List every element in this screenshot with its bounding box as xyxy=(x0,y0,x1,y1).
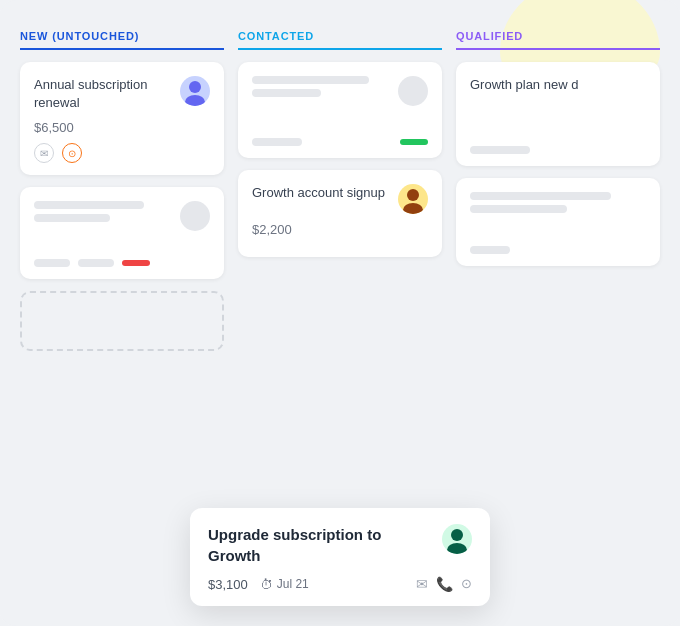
column-new: NEW (UNTOUCHED) Annual subscription rene… xyxy=(20,30,224,363)
card-top: Annual subscription renewal xyxy=(34,76,210,112)
card-content xyxy=(470,192,646,213)
skeleton-line xyxy=(34,201,144,209)
column-header-new: NEW (UNTOUCHED) xyxy=(20,30,224,50)
add-card-placeholder[interactable] xyxy=(20,291,224,351)
skeleton-line xyxy=(470,146,530,154)
card-top: Upgrade subscription to Growth xyxy=(208,524,472,566)
card-amount: $3,100 xyxy=(208,577,248,592)
column-contacted: CONTACTED Growth a xyxy=(238,30,442,363)
status-dot-green xyxy=(400,139,428,145)
card-title: Growth account signup xyxy=(252,184,390,202)
spacer xyxy=(470,102,646,142)
card-top xyxy=(252,76,428,106)
card-footer xyxy=(34,259,210,267)
skeleton-line xyxy=(470,205,567,213)
column-header-contacted: CONTACTED xyxy=(238,30,442,50)
skeleton-line xyxy=(34,259,70,267)
avatar xyxy=(442,524,472,554)
date-label: ⏱ Jul 21 xyxy=(260,577,309,592)
svg-point-0 xyxy=(189,81,201,93)
card-contacted-2[interactable]: Growth account signup $2,200 xyxy=(238,170,442,257)
timer-icon[interactable]: ⊙ xyxy=(62,143,82,163)
card-amount: $2,200 xyxy=(252,222,428,237)
avatar xyxy=(398,184,428,214)
skeleton-line xyxy=(34,214,110,222)
card-footer xyxy=(470,146,646,154)
date-text: Jul 21 xyxy=(277,577,309,591)
card-contacted-1[interactable] xyxy=(238,62,442,158)
card-new-2[interactable] xyxy=(20,187,224,279)
avatar xyxy=(180,76,210,106)
card-qualified-1[interactable]: Growth plan new d xyxy=(456,62,660,166)
card-title: Upgrade subscription to Growth xyxy=(208,524,434,566)
card-top: Growth plan new d xyxy=(470,76,646,94)
card-top xyxy=(34,201,210,231)
action-icons: ✉ 📞 ⊙ xyxy=(416,576,472,592)
column-qualified: QUALIFIED Growth plan new d xyxy=(456,30,660,363)
columns-container: NEW (UNTOUCHED) Annual subscription rene… xyxy=(20,30,660,363)
svg-point-4 xyxy=(451,529,463,541)
spacer xyxy=(34,239,210,255)
card-footer: $3,100 ⏱ Jul 21 ✉ 📞 ⊙ xyxy=(208,576,472,592)
skeleton-line xyxy=(470,192,611,200)
email-icon[interactable]: ✉ xyxy=(416,576,428,592)
card-top: Growth account signup xyxy=(252,184,428,214)
skeleton-line xyxy=(470,246,510,254)
card-footer xyxy=(252,138,428,146)
avatar-placeholder xyxy=(180,201,210,231)
timer-icon[interactable]: ⊙ xyxy=(461,576,472,592)
phone-icon[interactable]: 📞 xyxy=(436,576,453,592)
card-new-1[interactable]: Annual subscription renewal $6,500 ✉ ⊙ xyxy=(20,62,224,175)
svg-point-5 xyxy=(447,543,467,554)
skeleton-line xyxy=(252,89,321,97)
skeleton-line xyxy=(252,76,369,84)
skeleton-line xyxy=(252,138,302,146)
card-amount: $6,500 xyxy=(34,120,210,135)
skeleton-line xyxy=(78,259,114,267)
spacer xyxy=(470,218,646,242)
card-title: Annual subscription renewal xyxy=(34,76,172,112)
avatar-placeholder xyxy=(398,76,428,106)
email-icon[interactable]: ✉ xyxy=(34,143,54,163)
spacer xyxy=(252,114,428,134)
clock-icon: ⏱ xyxy=(260,577,273,592)
kanban-board: NEW (UNTOUCHED) Annual subscription rene… xyxy=(0,0,680,626)
svg-point-3 xyxy=(403,203,423,214)
card-title: Growth plan new d xyxy=(470,76,638,94)
column-header-qualified: QUALIFIED xyxy=(456,30,660,50)
svg-point-2 xyxy=(407,189,419,201)
status-dot-red xyxy=(122,260,150,266)
card-footer: ✉ ⊙ xyxy=(34,143,210,163)
floating-card[interactable]: Upgrade subscription to Growth $3,100 ⏱ … xyxy=(190,508,490,606)
card-footer xyxy=(470,246,646,254)
card-qualified-2[interactable] xyxy=(456,178,660,266)
svg-point-1 xyxy=(185,95,205,106)
